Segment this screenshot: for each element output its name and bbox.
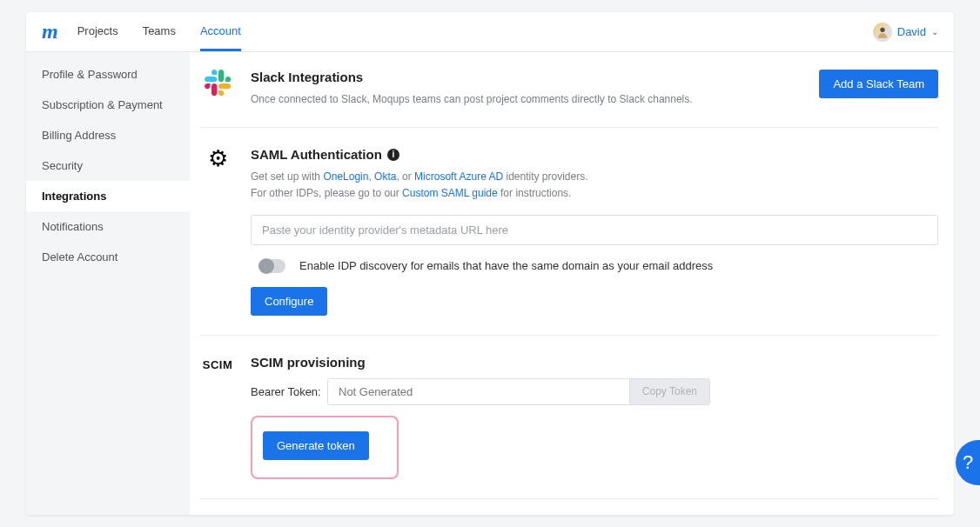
- idp-toggle-label: Enable IDP discovery for emails that hav…: [299, 259, 713, 272]
- svg-point-0: [880, 27, 884, 31]
- bearer-token-value: Not Generated: [328, 379, 629, 404]
- link-onelogin[interactable]: OneLogin: [323, 170, 368, 183]
- nav-tabs: Projects Teams Account: [77, 12, 241, 51]
- sidebar-item-notifications[interactable]: Notifications: [26, 211, 190, 242]
- saml-title: SAML Authentication: [251, 147, 382, 162]
- idp-discovery-toggle[interactable]: [259, 259, 285, 273]
- content-area: Slack Integrations Once connected to Sla…: [190, 52, 954, 515]
- tab-teams[interactable]: Teams: [143, 12, 176, 51]
- slack-title: Slack Integrations: [251, 70, 803, 84]
- user-menu[interactable]: David ⌄: [873, 23, 938, 42]
- generate-token-highlight: Generate token: [251, 416, 399, 479]
- section-scim: SCIM SCIM provisioning Bearer Token: Not…: [200, 355, 938, 499]
- sidebar-item-billing[interactable]: Billing Address: [26, 120, 190, 150]
- scim-icon: SCIM: [200, 358, 235, 371]
- logo-moqups[interactable]: m: [42, 20, 58, 43]
- tab-account[interactable]: Account: [200, 12, 241, 51]
- saml-desc: Get set up with OneLogin, Okta, or Micro…: [251, 169, 938, 202]
- copy-token-button: Copy Token: [629, 379, 709, 404]
- user-name: David: [897, 25, 926, 38]
- slack-icon: [200, 70, 235, 108]
- info-icon[interactable]: i: [387, 149, 399, 161]
- chevron-down-icon: ⌄: [931, 27, 938, 37]
- section-slack: Slack Integrations Once connected to Sla…: [200, 70, 938, 128]
- add-slack-team-button[interactable]: Add a Slack Team: [819, 70, 938, 98]
- sidebar-item-subscription[interactable]: Subscription & Payment: [26, 90, 190, 120]
- scim-title: SCIM provisioning: [251, 355, 938, 370]
- sidebar-item-delete[interactable]: Delete Account: [26, 242, 190, 272]
- gear-icon: ⚙: [200, 147, 235, 170]
- generate-token-button[interactable]: Generate token: [263, 431, 369, 460]
- link-azure[interactable]: Microsoft Azure AD: [414, 170, 503, 183]
- link-custom-saml[interactable]: Custom SAML guide: [402, 187, 498, 199]
- configure-button[interactable]: Configure: [251, 287, 327, 316]
- avatar: [873, 23, 892, 42]
- slack-desc: Once connected to Slack, Moqups teams ca…: [251, 91, 803, 108]
- saml-metadata-input[interactable]: [251, 215, 938, 245]
- tab-projects[interactable]: Projects: [77, 12, 118, 51]
- bearer-token-box: Not Generated Copy Token: [327, 378, 710, 405]
- section-saml: ⚙ SAML Authentication i Get set up with …: [200, 147, 938, 335]
- top-nav: m Projects Teams Account David ⌄: [26, 12, 954, 52]
- link-okta[interactable]: Okta: [374, 170, 396, 183]
- bearer-token-label: Bearer Token:: [251, 385, 327, 398]
- sidebar-item-profile[interactable]: Profile & Password: [26, 59, 190, 90]
- app-window: m Projects Teams Account David ⌄ Profile…: [26, 12, 954, 515]
- sidebar-item-integrations[interactable]: Integrations: [26, 181, 190, 211]
- sidebar-item-security[interactable]: Security: [26, 150, 190, 181]
- sidebar: Profile & Password Subscription & Paymen…: [26, 52, 190, 515]
